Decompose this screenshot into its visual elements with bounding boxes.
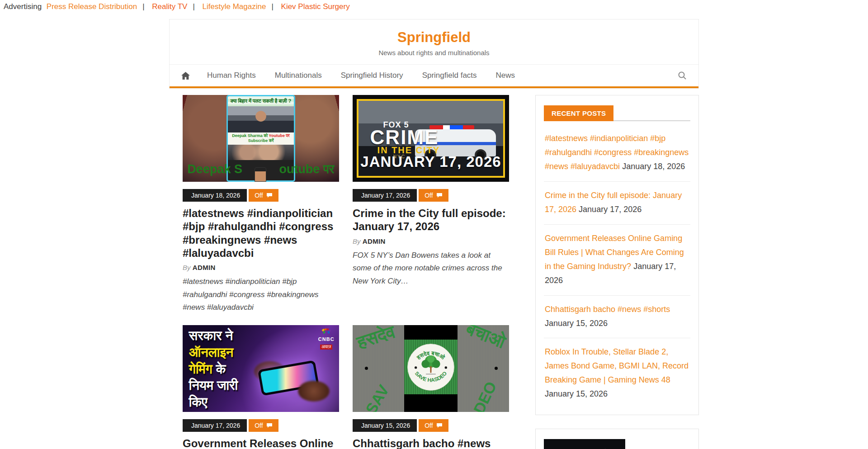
comment-bubble-icon bbox=[266, 193, 273, 198]
post-meta: January 15, 2026 Off bbox=[353, 419, 509, 432]
cnbc-awaaz-logo: CNBC आवाज़ bbox=[318, 328, 335, 350]
recent-posts-title: RECENT POSTS bbox=[544, 105, 613, 121]
comments-off-badge: Off bbox=[419, 189, 448, 202]
topbar-link-reality-tv[interactable]: Reality TV bbox=[152, 2, 187, 11]
post-title[interactable]: Chhattisgarh bacho #news #shorts bbox=[353, 437, 509, 449]
post-byline: By ADMIN bbox=[353, 237, 509, 245]
site-title[interactable]: Springfield bbox=[170, 29, 698, 46]
home-icon[interactable] bbox=[181, 72, 190, 80]
post-date-badge: January 15, 2026 bbox=[353, 419, 417, 432]
presenter-face-inset bbox=[255, 167, 266, 182]
recent-post-date: January 18, 2026 bbox=[622, 162, 685, 171]
author-link[interactable]: ADMIN bbox=[363, 237, 386, 245]
post-byline: By ADMIN bbox=[183, 264, 339, 271]
post-card-chhattisgarh-bacho: हसदेव SAV हसदेव बचाओ bbox=[353, 325, 509, 449]
site-header-card: Springfield News about rights and multin… bbox=[169, 19, 699, 89]
post-date-badge: January 17, 2026 bbox=[183, 419, 247, 432]
post-title[interactable]: Government Releases Online Gaming Bill R… bbox=[183, 437, 339, 449]
dot-graphic bbox=[495, 367, 498, 370]
comment-bubble-icon bbox=[436, 423, 443, 428]
recent-post-item: #latestnews #indianpolitician #bjp #rahu… bbox=[544, 125, 690, 182]
sidebar: RECENT POSTS #latestnews #indianpolitici… bbox=[535, 95, 699, 449]
main-navigation: Human Rights Multinationals Springfield … bbox=[170, 65, 698, 88]
yellow-frame: FOX 5 CRIME IN THE CITY NYC JANUARY 17, … bbox=[357, 99, 505, 178]
recent-post-date: January 17, 2026 bbox=[579, 205, 642, 214]
post-date-badge: January 17, 2026 bbox=[353, 189, 417, 202]
hand-graphic bbox=[298, 381, 330, 402]
shorts-side-panel: बचाओ DEO bbox=[458, 325, 509, 412]
author-link[interactable]: ADMIN bbox=[193, 264, 216, 271]
topbar-link-lifestyle-magazine[interactable]: Lifestyle Magazine bbox=[203, 2, 266, 11]
badge-background: हसदेव बचाओ SAVE HASDEO bbox=[404, 340, 458, 394]
post-thumbnail-deepak-sharma-video[interactable]: क्या बिहार में पलट सकती है बाज़ी ? Deepa… bbox=[183, 95, 339, 182]
post-card-crime-in-the-city: FOX 5 CRIME IN THE CITY NYC JANUARY 17, … bbox=[353, 95, 509, 314]
post-card-latestnews: क्या बिहार में पलट सकती है बाज़ी ? Deepa… bbox=[183, 95, 339, 314]
vuga-enterprises-logo[interactable]: VUGA E N T E R P R I S E S bbox=[544, 439, 625, 449]
post-title[interactable]: #latestnews #indianpolitician #bjp #rahu… bbox=[183, 207, 339, 260]
nav-item-springfield-history[interactable]: Springfield History bbox=[341, 71, 403, 80]
recent-post-item: Crime in the City full episode: January … bbox=[544, 182, 690, 225]
thumb-date-text: JANUARY 17, 2026 bbox=[359, 153, 503, 170]
post-thumbnail-cnbc-gaming[interactable]: सरकार ने ऑनलाइन गेमिंग के नियम जारी किए bbox=[183, 325, 339, 412]
recent-post-item: Government Releases Online Gaming Bill R… bbox=[544, 225, 690, 296]
recent-post-date: January 15, 2026 bbox=[545, 319, 608, 328]
topbar-link-press-release[interactable]: Press Release Distribution bbox=[47, 2, 137, 11]
post-meta: January 18, 2026 Off bbox=[183, 189, 339, 202]
nav-item-springfield-facts[interactable]: Springfield facts bbox=[422, 71, 477, 80]
post-meta: January 17, 2026 Off bbox=[353, 189, 509, 202]
advertising-bar: Advertising Press Release Distribution| … bbox=[0, 0, 868, 14]
advertising-label: Advertising bbox=[4, 2, 42, 11]
site-header: Springfield News about rights and multin… bbox=[170, 19, 698, 65]
post-title[interactable]: Crime in the City full episode: January … bbox=[353, 207, 509, 233]
vuga-widget: VUGA E N T E R P R I S E S bbox=[535, 429, 699, 449]
post-excerpt: #latestnews #indianpolitician #bjp #rahu… bbox=[183, 275, 339, 314]
comments-off-badge: Off bbox=[249, 189, 278, 202]
nav-item-news[interactable]: News bbox=[496, 71, 515, 80]
comments-off-badge: Off bbox=[249, 419, 278, 432]
nav-item-human-rights[interactable]: Human Rights bbox=[207, 71, 256, 80]
post-thumbnail-save-hasdeo[interactable]: हसदेव SAV हसदेव बचाओ bbox=[353, 325, 509, 412]
comments-off-badge: Off bbox=[419, 419, 448, 432]
topbar-link-kiev-plastic-surgery[interactable]: Kiev Plastic Surgery bbox=[281, 2, 350, 11]
recent-posts-widget: RECENT POSTS #latestnews #indianpolitici… bbox=[535, 95, 699, 415]
thumb-hindi-headline: सरकार ने ऑनलाइन गेमिंग के नियम जारी किए bbox=[189, 327, 238, 410]
comment-bubble-icon bbox=[266, 423, 273, 428]
recent-post-date: January 15, 2026 bbox=[545, 389, 608, 398]
post-excerpt: FOX 5 NY’s Dan Bowens takes a look at so… bbox=[353, 249, 509, 288]
nav-item-multinationals[interactable]: Multinationals bbox=[275, 71, 322, 80]
search-icon[interactable] bbox=[678, 71, 687, 80]
cnbc-peacock-icon bbox=[321, 328, 331, 335]
recent-post-item: Roblox In Trouble, Stellar Blade 2, Jame… bbox=[544, 338, 690, 403]
thumb-question-text: क्या बिहार में पलट सकती है बाज़ी ? bbox=[228, 96, 294, 106]
separator: | bbox=[142, 2, 144, 11]
speaker-portrait bbox=[228, 106, 294, 132]
separator: | bbox=[193, 2, 194, 11]
posts-grid: क्या बिहार में पलट सकती है बाज़ी ? Deepa… bbox=[169, 95, 509, 449]
save-hasdeo-badge: हसदेव बचाओ SAVE HASDEO bbox=[406, 343, 455, 392]
recent-post-item: Chhattisgarh bacho #news #shorts January… bbox=[544, 296, 690, 339]
dot-graphic bbox=[365, 367, 368, 370]
subscribe-text: Deepak Sharma को Youtube पर Subscribe कर… bbox=[228, 132, 294, 145]
politicians-photo bbox=[228, 145, 294, 160]
shorts-side-panel: हसदेव SAV bbox=[353, 325, 404, 412]
post-date-badge: January 18, 2026 bbox=[183, 189, 247, 202]
separator: | bbox=[271, 2, 273, 11]
main-content: क्या बिहार में पलट सकती है बाज़ी ? Deepa… bbox=[169, 95, 699, 449]
site-tagline: News about rights and multinationals bbox=[170, 49, 698, 57]
widget-header: RECENT POSTS bbox=[544, 105, 690, 121]
comment-bubble-icon bbox=[436, 193, 443, 198]
post-meta: January 17, 2026 Off bbox=[183, 419, 339, 432]
post-card-online-gaming-rules: सरकार ने ऑनलाइन गेमिंग के नियम जारी किए bbox=[183, 325, 339, 449]
shorts-center-panel: हसदेव बचाओ SAVE HASDEO bbox=[404, 325, 458, 412]
recent-post-link[interactable]: Chhattisgarh bacho #news #shorts bbox=[545, 305, 670, 314]
post-thumbnail-fox5-crime[interactable]: FOX 5 CRIME IN THE CITY NYC JANUARY 17, … bbox=[353, 95, 509, 182]
recent-post-link[interactable]: Roblox In Trouble, Stellar Blade 2, Jame… bbox=[545, 347, 689, 384]
